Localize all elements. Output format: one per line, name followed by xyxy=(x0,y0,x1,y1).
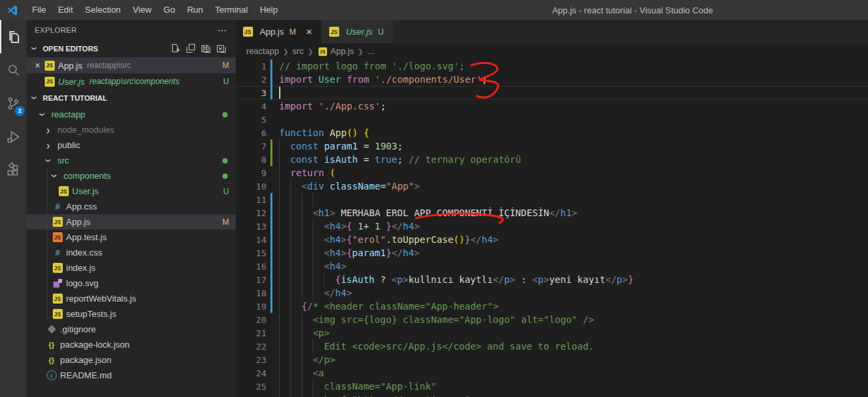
menu-item-view[interactable]: View xyxy=(127,5,158,15)
code-editor[interactable]: 1// import logo from './logo.svg';2impor… xyxy=(236,59,868,397)
more-actions-icon[interactable]: ⋯ xyxy=(218,25,228,35)
line-number: 18 xyxy=(236,288,266,298)
code-line-26[interactable]: 26href="https://reactjs.org" xyxy=(236,393,868,397)
chevron-right-icon xyxy=(46,125,54,135)
menu-item-help[interactable]: Help xyxy=(254,5,284,15)
close-icon[interactable]: ✕ xyxy=(32,61,43,70)
open-editors-list: ✕JSApp.jsreactapp\srcMJSUser.jsreactapp\… xyxy=(27,57,236,89)
tree-file-app.js[interactable]: JSApp.jsM xyxy=(27,214,236,230)
chevron-down-icon xyxy=(52,171,60,181)
code-line-15[interactable]: 15<h4>{param1}</h4> xyxy=(236,246,868,260)
tree-file-app.test.js[interactable]: JSApp.test.js xyxy=(27,230,236,245)
code-line-21[interactable]: 21<p> xyxy=(236,326,868,340)
code-line-24[interactable]: 24<a xyxy=(236,366,868,380)
code-line-12[interactable]: 12<h1> MERHABA EROL APP COMPONENTİ İÇİND… xyxy=(236,206,868,220)
code-line-3[interactable]: 3 xyxy=(236,86,868,99)
close-icon[interactable]: ✕ xyxy=(304,27,314,37)
close-all-editors-icon[interactable] xyxy=(216,43,226,55)
code-line-7[interactable]: 7const param1 = 1903; xyxy=(236,139,868,153)
tab-app.js[interactable]: JSApp.jsM✕ xyxy=(236,20,322,43)
code-line-22[interactable]: 22Edit <code>src/App.js</code> and save … xyxy=(236,340,868,353)
menu-item-run[interactable]: Run xyxy=(181,5,209,15)
json-file-icon: {} xyxy=(46,355,57,366)
code-line-20[interactable]: 20<img src={logo} className="App-logo" a… xyxy=(236,313,868,326)
workspace-header[interactable]: REACT TUTORIAL xyxy=(27,89,236,107)
activity-search-icon[interactable] xyxy=(0,53,27,87)
indent-guides xyxy=(279,233,324,246)
tree-file-app.css[interactable]: #App.css xyxy=(27,199,236,214)
indent-guides xyxy=(279,393,324,397)
code-line-19[interactable]: 19{/* <header className="App-header"> xyxy=(236,300,868,313)
breadcrumb-item[interactable]: reactapp xyxy=(246,47,279,56)
tree-file-.gitignore[interactable]: .gitignore xyxy=(27,322,236,337)
menu-bar: FileEditSelectionViewGoRunTerminalHelp xyxy=(26,0,284,20)
tree-file-readme.md[interactable]: iREADME.md xyxy=(27,368,236,383)
activity-source-control-icon[interactable]: 2 xyxy=(0,87,27,120)
breadcrumb-item[interactable]: src xyxy=(292,47,304,56)
indent-guides xyxy=(279,286,324,300)
tree-file-index.css[interactable]: #index.css xyxy=(27,245,236,260)
tree-file-setuptests.js[interactable]: JSsetupTests.js xyxy=(27,306,236,322)
gutter-modified-indicator xyxy=(270,273,272,286)
menu-item-file[interactable]: File xyxy=(26,5,52,15)
chevron-down-icon xyxy=(32,45,40,53)
breadcrumb-item[interactable]: JSApp.js xyxy=(317,46,354,57)
indent-guides xyxy=(279,300,302,313)
code-line-13[interactable]: 13<h4>{ 1+ 1 }</h4> xyxy=(236,220,868,233)
code-line-4[interactable]: 4import './App.css'; xyxy=(236,99,868,113)
tree-item-label: App.css xyxy=(66,202,97,212)
tree-folder-components[interactable]: components xyxy=(27,168,236,183)
new-untitled-file-icon[interactable] xyxy=(170,43,180,55)
code-line-17[interactable]: 17{isAuth ? <p>kullnıcı kaytlı</p> : <p>… xyxy=(236,273,868,286)
code-line-9[interactable]: 9return ( xyxy=(236,166,868,179)
indent-guides xyxy=(279,246,324,260)
js-file-icon: JS xyxy=(329,27,339,37)
tree-file-index.js[interactable]: JSindex.js xyxy=(27,260,236,276)
chevron-down-icon xyxy=(46,155,54,165)
code-line-5[interactable]: 5 xyxy=(236,113,868,126)
code-line-10[interactable]: 10<div className="App"> xyxy=(236,179,868,193)
tree-folder-public[interactable]: public xyxy=(27,137,236,153)
code-line-6[interactable]: 6function App() { xyxy=(236,126,868,139)
window-title: App.js - react tutorial - Visual Studio … xyxy=(397,5,868,15)
code-line-23[interactable]: 23</p> xyxy=(236,353,868,366)
code-line-2[interactable]: 2import User from './components/User'; xyxy=(236,73,868,86)
menu-item-go[interactable]: Go xyxy=(158,5,181,15)
code-line-8[interactable]: 8const isAuth = true; // ternary operatö… xyxy=(236,153,868,166)
tree-folder-reactapp[interactable]: reactapp xyxy=(27,107,236,122)
chevron-down-icon xyxy=(32,94,40,103)
code-line-14[interactable]: 14<h4>{"erol".toUpperCase()}</h4> xyxy=(236,233,868,246)
save-all-icon[interactable] xyxy=(201,43,211,55)
breadcrumb-label: reactapp xyxy=(246,47,279,56)
tree-file-package-lock.json[interactable]: {}package-lock.json xyxy=(27,337,236,352)
open-editor-item[interactable]: ✕JSApp.jsreactapp\srcM xyxy=(27,57,236,73)
tree-file-logo.svg[interactable]: logo.svg xyxy=(27,276,236,291)
activity-run-and-debug-icon[interactable] xyxy=(0,120,27,153)
tree-folder-src[interactable]: src xyxy=(27,153,236,168)
tree-file-user.js[interactable]: JSUser.jsU xyxy=(27,183,236,199)
tree-item-label: package-lock.json xyxy=(60,340,130,350)
open-editors-header[interactable]: OPEN EDITORS xyxy=(27,40,236,57)
tree-item-label: components xyxy=(63,171,111,181)
gutter-spacer xyxy=(270,179,272,193)
breadcrumb-item[interactable]: ... xyxy=(367,47,374,56)
tree-folder-node-modules[interactable]: node_modules xyxy=(27,122,236,137)
source-control-badge: 2 xyxy=(15,106,25,116)
menu-item-edit[interactable]: Edit xyxy=(52,5,79,15)
gutter-spacer xyxy=(270,340,272,353)
activity-explorer-icon[interactable] xyxy=(0,20,27,53)
code-line-16[interactable]: 16<h4> xyxy=(236,260,868,273)
code-line-18[interactable]: 18</h4> xyxy=(236,286,868,300)
menu-item-selection[interactable]: Selection xyxy=(79,5,126,15)
activity-extensions-icon[interactable] xyxy=(0,153,27,187)
code-line-25[interactable]: 25className="App-link" xyxy=(236,380,868,393)
tree-file-package.json[interactable]: {}package.json xyxy=(27,352,236,368)
tab-user.js[interactable]: JSUser.jsU xyxy=(322,20,394,43)
tree-file-reportwebvitals.js[interactable]: JSreportWebVitals.js xyxy=(27,291,236,306)
code-line-1[interactable]: 1// import logo from './logo.svg'; xyxy=(236,59,868,73)
menu-item-terminal[interactable]: Terminal xyxy=(209,5,254,15)
code-line-11[interactable]: 11 xyxy=(236,193,868,206)
toggle-editor-layout-icon[interactable] xyxy=(186,43,196,55)
vscode-logo-icon[interactable] xyxy=(7,5,18,16)
open-editor-item[interactable]: JSUser.jsreactapp\src\componentsU xyxy=(27,73,236,89)
